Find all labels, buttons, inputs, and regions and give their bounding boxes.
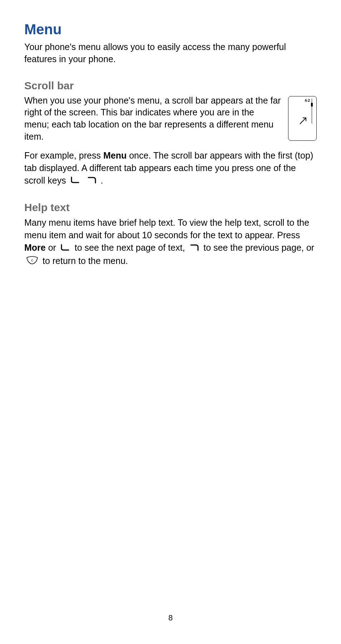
text: or xyxy=(46,243,59,253)
svg-line-0 xyxy=(300,118,306,124)
scrollbar-tab xyxy=(311,103,313,106)
screen-label: 4-2 xyxy=(305,99,310,103)
helptext-body: Many menu items have brief help text. To… xyxy=(24,216,317,268)
text: For example, press xyxy=(24,150,103,160)
helptext-heading: Help text xyxy=(24,201,317,214)
scroll-up-icon xyxy=(189,242,199,255)
scroll-up-icon xyxy=(86,175,97,187)
text: Many menu items have brief help text. To… xyxy=(24,218,309,240)
scroll-down-icon xyxy=(70,175,81,187)
c-key-icon: c xyxy=(26,255,39,268)
page-title: Menu xyxy=(24,21,317,38)
more-bold: More xyxy=(24,243,46,253)
scrollbar-heading: Scroll bar xyxy=(24,80,317,92)
scrollbar-row: When you use your phone's menu, a scroll… xyxy=(24,95,317,143)
text: to see the next page of text, xyxy=(75,243,188,253)
scrollbar-track xyxy=(311,99,313,124)
text: to return to the menu. xyxy=(43,256,128,266)
svg-text:c: c xyxy=(31,258,33,262)
page-number: 8 xyxy=(0,613,341,623)
menu-bold: Menu xyxy=(103,150,127,160)
text: . xyxy=(98,175,103,185)
scrollbar-example: For example, press Menu once. The scroll… xyxy=(24,149,317,188)
intro-paragraph: Your phone's menu allows you to easily a… xyxy=(24,41,317,65)
text: to see the previous page, or xyxy=(203,243,314,253)
arrow-icon xyxy=(298,116,308,127)
phone-screen-illustration: 4-2 xyxy=(288,96,317,141)
scrollbar-body: When you use your phone's menu, a scroll… xyxy=(24,95,281,143)
scroll-down-icon xyxy=(60,242,71,255)
